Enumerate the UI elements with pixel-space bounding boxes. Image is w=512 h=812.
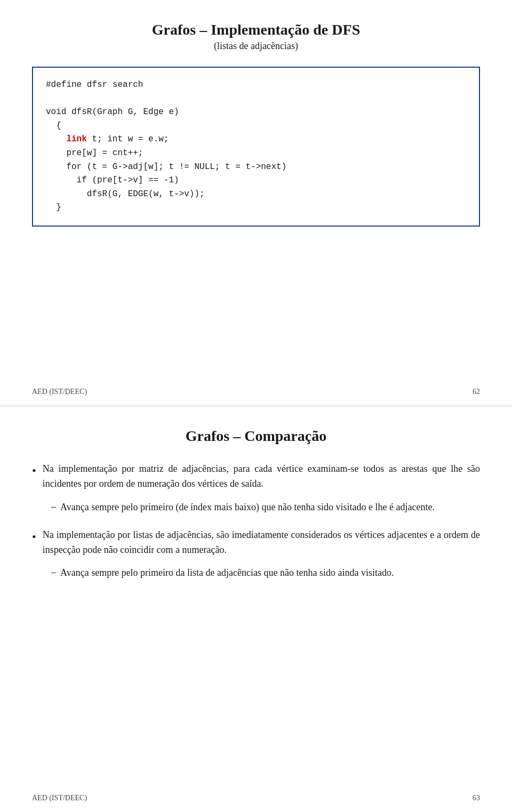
footer-left-2: AED (IST/DEEC) [32, 794, 87, 802]
sub-bullet-1: – Avança sempre pelo primeiro (de índex … [51, 500, 480, 515]
bullet-dot-2: • [32, 529, 36, 545]
page-2-footer: AED (IST/DEEC) 63 [32, 794, 480, 802]
code-line-8: if (pre[t->v] == -1) [46, 174, 466, 188]
page-1: Grafos – Implementação de DFS (listas de… [0, 0, 512, 406]
code-line-6: pre[w] = cnt++; [46, 147, 466, 160]
bullet-block-2: • Na implementação por listas de adjacên… [32, 528, 480, 581]
code-line-9: dfsR(G, EDGE(w, t->v)); [46, 188, 466, 202]
code-line-10: } [46, 201, 466, 215]
footer-right-2: 63 [473, 794, 480, 802]
code-line-7: for (t = G->adj[w]; t != NULL; t = t->ne… [46, 160, 466, 174]
code-line-3: void dfsR(Graph G, Edge e) [46, 106, 466, 119]
page-1-footer: AED (IST/DEEC) 62 [32, 388, 480, 396]
sub-dash-2: – [51, 567, 56, 578]
bullet-block-1: • Na implementação por matriz de adjacên… [32, 462, 480, 515]
sub-bullet-2: – Avança sempre pelo primeiro da lista d… [51, 566, 480, 581]
sub-text-2: Avança sempre pelo primeiro da lista de … [60, 566, 394, 581]
bullet-dot-1: • [32, 463, 36, 479]
sub-dash-1: – [51, 501, 56, 512]
code-line-blank1 [46, 92, 466, 106]
bullet-item-1: • Na implementação por matriz de adjacên… [32, 462, 480, 492]
code-keyword-link: link [66, 134, 86, 144]
footer-left-1: AED (IST/DEEC) [32, 388, 87, 396]
bullet-item-2: • Na implementação por listas de adjacên… [32, 528, 480, 558]
page-container: Grafos – Implementação de DFS (listas de… [0, 0, 512, 812]
code-line-5: link t; int w = e.w; [46, 133, 466, 147]
page-title: Grafos – Implementação de DFS [32, 21, 480, 38]
page-subtitle: (listas de adjacências) [32, 41, 480, 52]
footer-right-1: 62 [473, 388, 480, 396]
code-block: #define dfsr search void dfsR(Graph G, E… [32, 67, 480, 227]
section-title: Grafos – Comparação [32, 428, 480, 445]
bullet-text-2: Na implementação por listas de adjacênci… [43, 528, 480, 558]
code-line-4: { [46, 119, 466, 133]
bullet-text-1: Na implementação por matriz de adjacênci… [43, 462, 480, 492]
page-2: Grafos – Comparação • Na implementação p… [0, 406, 512, 812]
sub-text-1: Avança sempre pelo primeiro (de índex ma… [60, 500, 435, 515]
code-line-1: #define dfsr search [46, 78, 466, 92]
